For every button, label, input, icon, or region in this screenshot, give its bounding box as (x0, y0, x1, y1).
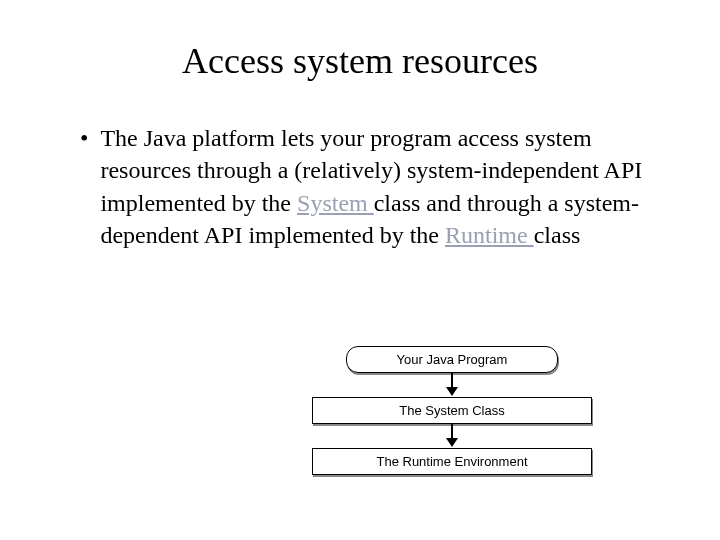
bullet-item: • The Java platform lets your program ac… (50, 122, 670, 252)
bullet-text: The Java platform lets your program acce… (100, 122, 670, 252)
diagram-box-system: The System Class (312, 397, 592, 424)
diagram-box-program: Your Java Program (346, 346, 558, 373)
arrow-icon (312, 424, 592, 448)
layer-diagram: Your Java Program The System Class The R… (312, 346, 592, 475)
system-link[interactable]: System (297, 190, 374, 216)
diagram-box-runtime: The Runtime Environment (312, 448, 592, 475)
bullet-marker: • (80, 122, 88, 252)
arrow-icon (312, 373, 592, 397)
text-part-3: class (534, 222, 581, 248)
runtime-link[interactable]: Runtime (445, 222, 534, 248)
slide-title: Access system resources (50, 40, 670, 82)
